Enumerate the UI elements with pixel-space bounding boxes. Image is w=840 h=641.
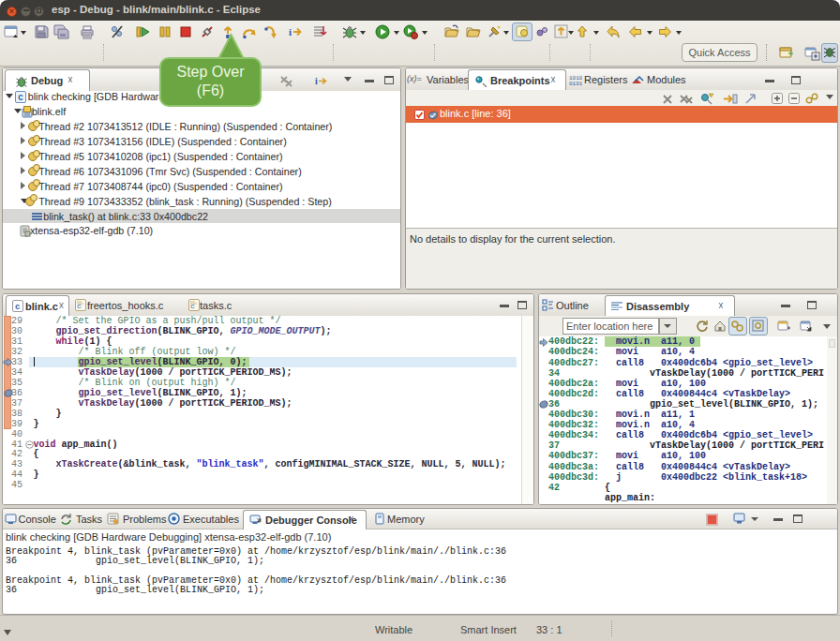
svg-text:0101: 0101 [569,81,582,86]
svg-text:c: c [77,302,82,310]
svg-text:c: c [18,93,23,103]
svg-text:c: c [190,302,195,310]
svg-text:i: i [315,76,318,86]
svg-text:i: i [289,26,292,37]
svg-text:c: c [15,303,20,312]
